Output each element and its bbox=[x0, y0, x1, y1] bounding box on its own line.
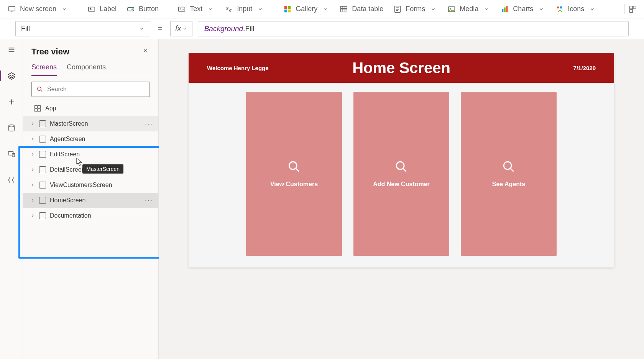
card-label: Add New Customer bbox=[373, 181, 430, 188]
tree-item-home[interactable]: HomeScreen ··· bbox=[23, 193, 158, 208]
tools-button[interactable] bbox=[4, 172, 19, 188]
chevron-right-icon bbox=[30, 182, 35, 188]
svg-rect-31 bbox=[38, 109, 41, 111]
svg-point-19 bbox=[557, 6, 559, 8]
chevron-down-icon bbox=[537, 7, 545, 12]
input-button[interactable]: Input bbox=[224, 3, 265, 15]
tree-item-label: AgentScreen bbox=[50, 136, 85, 143]
svg-rect-20 bbox=[560, 6, 562, 8]
hover-tooltip: MasterScreen bbox=[82, 164, 123, 174]
property-dropdown[interactable]: Fill bbox=[15, 21, 150, 36]
svg-rect-0 bbox=[9, 6, 15, 11]
chevron-down-icon bbox=[482, 7, 491, 12]
screen-icon bbox=[8, 5, 16, 13]
svg-rect-30 bbox=[35, 109, 38, 111]
svg-rect-17 bbox=[504, 7, 506, 12]
media-panel-button[interactable] bbox=[4, 146, 19, 162]
button-button[interactable]: Button bbox=[126, 3, 159, 15]
svg-point-32 bbox=[289, 162, 297, 169]
chevron-right-icon bbox=[30, 121, 35, 126]
tab-components[interactable]: Components bbox=[67, 63, 106, 76]
layers-icon bbox=[7, 72, 16, 80]
insert-button[interactable] bbox=[4, 94, 19, 110]
label-icon bbox=[87, 5, 96, 13]
label-button[interactable]: Label bbox=[87, 3, 117, 15]
search-icon bbox=[502, 160, 515, 175]
gallery-button[interactable]: Gallery bbox=[283, 3, 330, 15]
chevron-right-icon bbox=[30, 167, 35, 172]
chevron-down-icon bbox=[139, 26, 145, 31]
svg-rect-16 bbox=[502, 9, 504, 12]
svg-rect-9 bbox=[288, 6, 291, 8]
main-area: Tree view Screens Components App Ma bbox=[0, 39, 644, 359]
icons-button[interactable]: Icons bbox=[555, 3, 597, 15]
charts-icon bbox=[501, 5, 509, 13]
data-button[interactable] bbox=[4, 120, 19, 136]
database-icon bbox=[7, 124, 16, 132]
close-icon bbox=[142, 48, 148, 54]
separator bbox=[168, 4, 168, 14]
new-screen-label: New screen bbox=[20, 5, 56, 13]
tree-item-menu[interactable]: ··· bbox=[145, 120, 153, 128]
media-button[interactable]: Media bbox=[447, 3, 491, 15]
charts-button[interactable]: Charts bbox=[500, 3, 546, 15]
close-panel-button[interactable] bbox=[141, 46, 150, 57]
text-label: Text bbox=[190, 5, 202, 13]
tree-item-master[interactable]: MasterScreen ··· bbox=[23, 116, 158, 131]
gallery-icon bbox=[283, 5, 292, 13]
tools-icon bbox=[7, 176, 16, 184]
hamburger-button[interactable] bbox=[4, 42, 19, 57]
screen-icon bbox=[39, 120, 46, 127]
label-text: Label bbox=[100, 5, 117, 13]
tree-body: App MasterScreen ··· AgentScreen ··· Edi… bbox=[23, 101, 158, 223]
svg-point-34 bbox=[504, 162, 511, 169]
fx-button[interactable]: fx bbox=[170, 21, 192, 36]
chevron-right-icon bbox=[30, 213, 35, 218]
tab-screens[interactable]: Screens bbox=[31, 63, 57, 76]
data-table-button[interactable]: Data table bbox=[339, 3, 384, 15]
tree-search[interactable] bbox=[31, 82, 150, 97]
app-canvas[interactable]: Welcome Henry Legge Home Screen 7/1/2020… bbox=[189, 53, 614, 267]
tree-item-edit[interactable]: EditScreen ··· bbox=[23, 147, 158, 162]
tree-item-app[interactable]: App bbox=[23, 101, 158, 116]
chevron-down-icon bbox=[321, 7, 330, 12]
card-add-customer[interactable]: Add New Customer bbox=[353, 92, 449, 256]
forms-button[interactable]: Forms bbox=[393, 3, 438, 15]
formula-input[interactable]: Background.Fill bbox=[198, 21, 629, 36]
svg-rect-23 bbox=[630, 9, 632, 12]
text-button[interactable]: Abc Text bbox=[177, 3, 215, 15]
tree-item-viewcustomers[interactable]: ViewCustomersScreen ··· bbox=[23, 177, 158, 193]
tree-item-documentation[interactable]: Documentation ··· bbox=[23, 208, 158, 223]
forms-icon bbox=[393, 5, 402, 13]
tree-search-input[interactable] bbox=[47, 86, 145, 93]
tree-view-button[interactable] bbox=[4, 68, 19, 84]
tree-item-label: HomeScreen bbox=[50, 197, 85, 204]
insert-ribbon: New screen Label Button Abc Text Input G… bbox=[0, 0, 644, 18]
app-icon bbox=[34, 105, 41, 112]
forms-label: Forms bbox=[406, 5, 425, 13]
charts-label: Charts bbox=[513, 5, 533, 13]
property-name: Fill bbox=[21, 25, 30, 33]
svg-rect-29 bbox=[38, 106, 41, 108]
table-icon bbox=[340, 5, 348, 13]
chevron-right-icon bbox=[30, 198, 35, 203]
formula-object: Background bbox=[204, 25, 243, 33]
fx-label: fx bbox=[175, 24, 181, 33]
text-icon: Abc bbox=[177, 5, 186, 13]
tree-item-agent[interactable]: AgentScreen ··· bbox=[23, 131, 158, 147]
svg-rect-11 bbox=[288, 9, 291, 12]
card-see-agents[interactable]: See Agents bbox=[461, 92, 557, 256]
card-label: View Customers bbox=[270, 181, 318, 188]
devices-icon bbox=[7, 150, 16, 158]
svg-rect-22 bbox=[633, 6, 636, 8]
card-view-customers[interactable]: View Customers bbox=[246, 92, 342, 256]
svg-text:Abc: Abc bbox=[180, 7, 185, 11]
hamburger-icon bbox=[7, 46, 16, 54]
tree-item-menu[interactable]: ··· bbox=[145, 197, 153, 205]
new-screen-button[interactable]: New screen bbox=[7, 3, 69, 15]
canvas-cards: View Customers Add New Customer See Agen… bbox=[189, 83, 614, 267]
media-icon bbox=[447, 5, 456, 13]
svg-point-6 bbox=[227, 7, 228, 8]
grid-icon[interactable] bbox=[629, 5, 637, 13]
svg-rect-12 bbox=[341, 6, 347, 12]
